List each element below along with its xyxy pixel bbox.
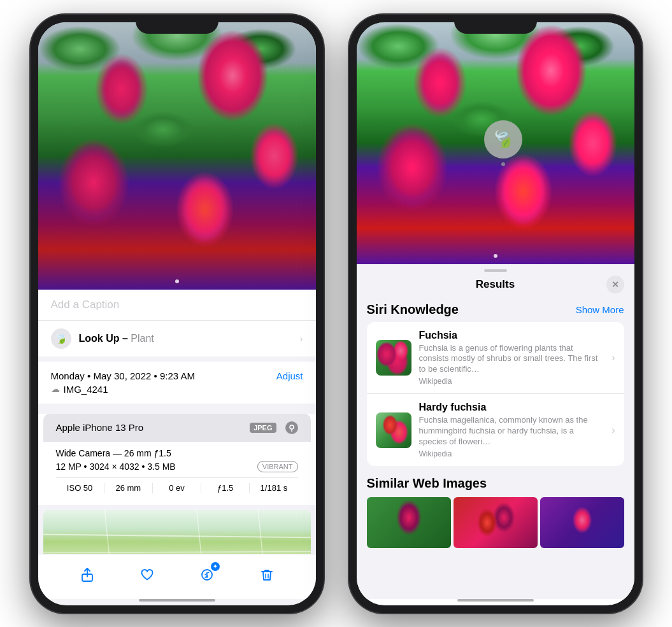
hardy-content: Hardy fuchsia Fuchsia magellanica, commo…: [419, 402, 604, 458]
caption-area[interactable]: Add a Caption: [38, 290, 316, 320]
info-button[interactable]: ✦: [196, 563, 218, 586]
lookup-chevron-icon: ›: [300, 334, 303, 344]
camera-wide: Wide Camera — 26 mm ƒ1.5: [56, 448, 298, 458]
jpeg-badge: JPEG: [250, 423, 276, 433]
meta-filename-row: ☁ IMG_4241: [51, 384, 303, 395]
camera-model: Apple iPhone 13 Pro: [56, 422, 144, 433]
results-close-button[interactable]: ✕: [606, 276, 624, 293]
adjust-button[interactable]: Adjust: [276, 370, 303, 381]
divider-2: [38, 404, 316, 409]
right-phone: 🍃 Results ✕ Siri Knowledge Show More: [349, 15, 642, 613]
lookup-subject: Plant: [128, 333, 154, 344]
svg-line-3: [104, 510, 111, 554]
camera-header: Apple iPhone 13 Pro JPEG: [43, 414, 311, 442]
left-phone-screen: Add a Caption 🍃 Look Up – Plant › Monday…: [38, 22, 316, 605]
map-section[interactable]: [43, 510, 311, 554]
svg-point-8: [206, 572, 208, 574]
photo-area-left[interactable]: [38, 22, 316, 290]
vibrant-badge: VIBRANT: [257, 461, 298, 472]
heart-button[interactable]: [136, 563, 159, 586]
knowledge-item-hardy[interactable]: Hardy fuchsia Fuchsia magellanica, commo…: [367, 393, 624, 466]
info-panel: Add a Caption 🍃 Look Up – Plant › Monday…: [38, 290, 316, 554]
siri-leaf-icon: 🍃: [488, 124, 518, 153]
similar-image-1[interactable]: [367, 497, 451, 548]
hardy-chevron-icon: ›: [611, 425, 615, 436]
photo-area-right[interactable]: 🍃: [357, 22, 634, 264]
caption-placeholder[interactable]: Add a Caption: [51, 299, 120, 311]
bottom-toolbar: ✦: [38, 554, 316, 599]
hardy-source: Wikipedia: [419, 449, 604, 458]
similar-image-3[interactable]: [540, 497, 624, 548]
meta-section: Monday • May 30, 2022 • 9:23 AM Adjust ☁…: [38, 362, 316, 404]
divider-1: [38, 356, 316, 362]
svg-line-1: [43, 534, 311, 537]
results-panel: Results ✕ Siri Knowledge Show More: [357, 264, 634, 599]
exif-shutter: 1/181 s: [250, 483, 297, 493]
fuchsia-description: Fuchsia is a genus of flowering plants t…: [419, 343, 604, 376]
fuchsia-thumb-image: [376, 340, 411, 376]
fuchsia-chevron-icon: ›: [611, 352, 615, 363]
svg-line-5: [258, 510, 264, 554]
hardy-description: Fuchsia magellanica, commonly known as t…: [419, 415, 604, 447]
exif-ev: 0 ev: [153, 483, 201, 493]
share-button[interactable]: [76, 563, 99, 586]
fuchsia-thumbnail: [376, 340, 411, 376]
flower-photo-left: [38, 22, 316, 290]
location-icon[interactable]: [285, 421, 298, 434]
svg-line-4: [196, 510, 203, 554]
results-header: Results ✕: [357, 272, 634, 297]
page-dot-right: [494, 254, 497, 258]
right-phone-screen: 🍃 Results ✕ Siri Knowledge Show More: [357, 22, 634, 605]
knowledge-item-fuchsia[interactable]: Fuchsia Fuchsia is a genus of flowering …: [367, 322, 624, 394]
home-indicator-right: [457, 599, 534, 602]
lookup-label: Look Up – Plant: [79, 333, 154, 344]
camera-details: Wide Camera — 26 mm ƒ1.5 12 MP • 3024 × …: [43, 442, 311, 505]
camera-specs-row: 12 MP • 3024 × 4032 • 3.5 MB VIBRANT: [56, 461, 298, 472]
meta-filename: IMG_4241: [64, 384, 108, 395]
camera-section: Apple iPhone 13 Pro JPEG Wide Camera — 2…: [38, 414, 316, 505]
svg-point-0: [290, 425, 294, 429]
exif-mm: 26 mm: [104, 483, 152, 493]
knowledge-card: Fuchsia Fuchsia is a genus of flowering …: [367, 322, 624, 466]
map-roads-svg: [43, 510, 311, 554]
svg-line-2: [43, 551, 311, 553]
hardy-thumb-image: [376, 412, 411, 448]
siri-bubble: 🍃: [484, 120, 522, 159]
camera-specs: 12 MP • 3024 × 4032 • 3.5 MB: [56, 461, 176, 472]
cloud-icon: ☁: [51, 384, 60, 394]
fuchsia-content: Fuchsia Fuchsia is a genus of flowering …: [419, 330, 604, 386]
left-phone: Add a Caption 🍃 Look Up – Plant › Monday…: [31, 15, 324, 613]
leaf-icon: 🍃: [53, 330, 69, 346]
lookup-row[interactable]: 🍃 Look Up – Plant ›: [38, 320, 316, 356]
leaf-lookup-icon: 🍃: [51, 328, 71, 349]
results-title: Results: [476, 278, 515, 291]
fuchsia-source: Wikipedia: [419, 377, 604, 386]
similar-title: Similar Web Images: [367, 476, 624, 491]
meta-date: Monday • May 30, 2022 • 9:23 AM: [51, 370, 195, 381]
siri-knowledge-title: Siri Knowledge: [367, 302, 459, 317]
similar-image-grid: [367, 497, 624, 548]
page-dot: [175, 279, 179, 283]
trash-button[interactable]: [255, 563, 278, 586]
exif-row: ISO 50 26 mm 0 ev ƒ1.5 1/181 s: [56, 477, 298, 498]
hardy-name: Hardy fuchsia: [419, 402, 604, 413]
hardy-thumbnail: [376, 412, 411, 448]
meta-date-row: Monday • May 30, 2022 • 9:23 AM Adjust: [51, 370, 303, 381]
home-indicator: [139, 599, 215, 602]
exif-iso: ISO 50: [56, 483, 104, 493]
similar-image-2[interactable]: [454, 497, 538, 548]
camera-header-right: JPEG: [250, 421, 297, 434]
similar-web-images-section: Similar Web Images: [357, 471, 634, 553]
siri-knowledge-section: Siri Knowledge Show More Fuchsia Fuchsia…: [357, 297, 634, 471]
notch-right: [454, 15, 537, 34]
map-background: [43, 510, 311, 554]
section-header: Siri Knowledge Show More: [367, 297, 624, 322]
show-more-button[interactable]: Show More: [576, 304, 624, 315]
fuchsia-name: Fuchsia: [419, 330, 604, 341]
notch: [136, 15, 218, 34]
info-badge: ✦: [211, 562, 220, 571]
siri-dot: [501, 162, 505, 166]
exif-aperture: ƒ1.5: [201, 483, 249, 493]
